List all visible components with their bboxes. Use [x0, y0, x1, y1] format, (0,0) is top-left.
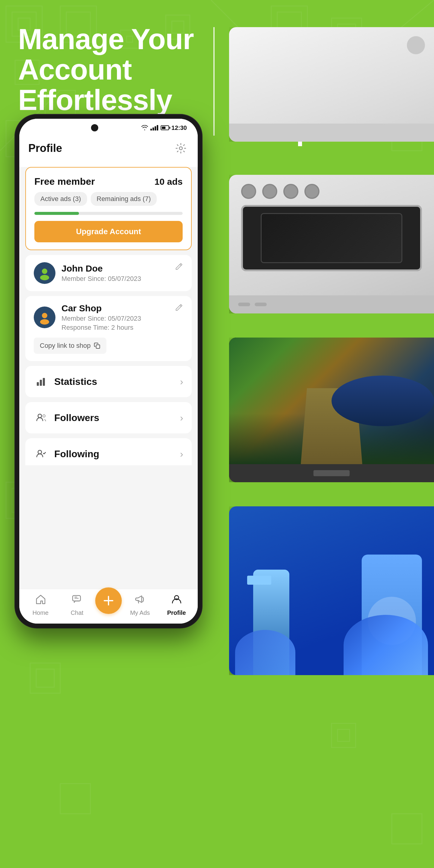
nav-home[interactable]: Home [22, 594, 59, 616]
progress-bar-fill [34, 212, 79, 215]
svg-rect-32 [36, 669, 54, 687]
svg-rect-33 [332, 723, 355, 747]
edit-shop-button[interactable] [175, 303, 183, 314]
screen-content: Free member 10 ads Active ads (3) Remain… [19, 167, 198, 589]
shop-response-time: Response Time: 2 hours [61, 324, 141, 332]
svg-rect-42 [96, 345, 100, 348]
nav-my-ads-label: My Ads [130, 610, 150, 616]
user-profile-card: John Doe Member Since: 05/07/2023 [25, 255, 192, 291]
chevron-right-icon: › [180, 448, 183, 460]
phone-outer: 12:30 Profile Free member [15, 115, 202, 628]
chat-icon [72, 594, 83, 608]
signal-icon [150, 125, 158, 130]
svg-rect-44 [40, 380, 42, 386]
megaphone-icon [135, 594, 146, 608]
active-ads-badge: Active ads (3) [34, 192, 87, 206]
edit-profile-button[interactable] [175, 262, 183, 273]
phone: 12:30 Profile Free member [15, 115, 202, 628]
bottom-nav: Home Chat [19, 589, 198, 624]
user-avatar [34, 262, 56, 284]
copy-link-label: Copy link to shop [40, 342, 91, 350]
battery-icon [161, 125, 169, 130]
copy-link-button[interactable]: Copy link to shop [34, 338, 106, 354]
statistics-label: Statistics [54, 376, 97, 387]
status-bar: 12:30 [19, 119, 198, 134]
statistics-left: Statistics [34, 374, 97, 389]
settings-button[interactable] [173, 141, 189, 156]
svg-point-40 [42, 313, 47, 318]
svg-rect-31 [30, 663, 60, 693]
plan-name: Free member [34, 176, 95, 187]
chevron-right-icon: › [180, 412, 183, 424]
copy-icon [94, 342, 100, 349]
svg-rect-35 [60, 784, 90, 814]
shop-name: Car Shop [61, 303, 141, 313]
svg-point-47 [43, 415, 45, 417]
product-monitor [229, 338, 434, 482]
svg-rect-43 [37, 382, 39, 386]
product-stove [229, 175, 434, 313]
svg-point-38 [42, 269, 47, 274]
plus-icon [102, 594, 115, 607]
svg-point-41 [40, 319, 49, 324]
nav-home-label: Home [33, 610, 49, 616]
membership-card: Free member 10 ads Active ads (3) Remain… [25, 167, 192, 250]
post-ad-button[interactable] [95, 587, 122, 614]
product-cleaning [229, 506, 434, 675]
followers-left: Followers [34, 410, 99, 425]
nav-profile-label: Profile [167, 610, 186, 616]
camera-notch [91, 124, 98, 131]
page-title: Profile [28, 142, 62, 155]
shop-avatar [34, 307, 56, 328]
following-icon [34, 447, 48, 461]
upgrade-button[interactable]: Upgrade Account [34, 221, 183, 242]
following-menu-item-partial[interactable]: Following › [25, 438, 192, 465]
nav-my-ads[interactable]: My Ads [122, 594, 158, 616]
pencil-icon [175, 262, 183, 271]
phone-screen: 12:30 Profile Free member [19, 119, 198, 624]
pencil-icon [175, 303, 183, 312]
followers-icon [34, 410, 48, 425]
profile-icon [171, 594, 182, 608]
nav-chat-label: Chat [70, 610, 83, 616]
following-left: Following [34, 447, 99, 461]
svg-point-48 [38, 450, 41, 454]
app-header: Profile [19, 134, 198, 162]
headline-left: Manage Your Account Effortlessly [18, 24, 201, 115]
followers-label: Followers [54, 412, 99, 424]
remaining-ads-badge: Remaining ads (7) [91, 192, 157, 206]
svg-point-37 [179, 147, 182, 150]
followers-menu-item[interactable]: Followers › [25, 402, 192, 433]
following-label: Following [54, 448, 99, 460]
home-icon [35, 594, 46, 608]
shop-profile-card: Car Shop Member Since: 05/07/2023 Respon… [25, 296, 192, 361]
svg-rect-45 [43, 378, 45, 386]
status-center [91, 124, 98, 131]
user-name: John Doe [61, 264, 141, 274]
chevron-right-icon: › [180, 376, 183, 387]
bar-chart-icon [34, 374, 48, 389]
progress-bar-container [34, 212, 183, 215]
statistics-menu-item[interactable]: Statistics › [25, 366, 192, 397]
header-left: Manage Your Account Effortlessly [18, 24, 213, 115]
svg-point-39 [40, 275, 49, 280]
nav-profile[interactable]: Profile [158, 594, 195, 616]
ads-badges: Active ads (3) Remaining ads (7) [34, 192, 183, 206]
svg-rect-36 [392, 814, 422, 844]
gear-icon [176, 143, 186, 154]
header-divider [213, 27, 215, 135]
svg-point-46 [38, 414, 41, 418]
status-right: 12:30 [141, 124, 187, 131]
user-member-since: Member Since: 05/07/2023 [61, 275, 141, 283]
nav-chat[interactable]: Chat [59, 594, 95, 616]
svg-rect-34 [338, 730, 350, 741]
wifi-icon [141, 125, 148, 130]
ads-total: 10 ads [155, 177, 183, 187]
shop-member-since: Member Since: 05/07/2023 [61, 315, 141, 322]
time-display: 12:30 [172, 124, 187, 131]
